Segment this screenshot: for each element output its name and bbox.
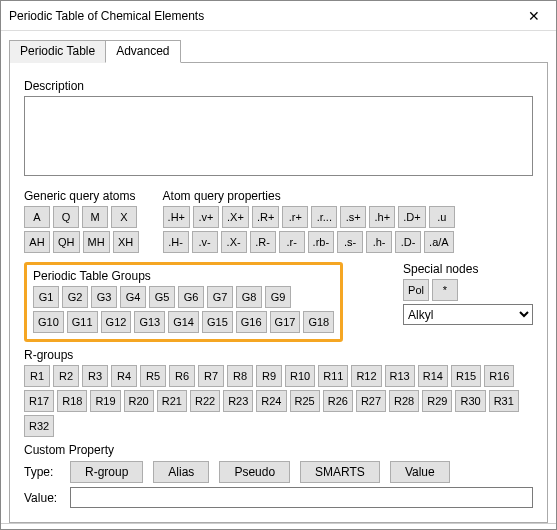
cell-r29[interactable]: R29 [422, 390, 452, 412]
cell-m[interactable]: M [82, 206, 108, 228]
cell-r16[interactable]: R16 [484, 365, 514, 387]
cell-g11[interactable]: G11 [67, 311, 98, 333]
cell-[interactable]: * [432, 279, 458, 301]
cell-r[interactable]: .r+ [282, 206, 308, 228]
cell-r5[interactable]: R5 [140, 365, 166, 387]
cell-r26[interactable]: R26 [323, 390, 353, 412]
generic-row2: AHQHMHXH [24, 231, 139, 253]
cell-r[interactable]: .r... [311, 206, 337, 228]
cell-v[interactable]: .v- [192, 231, 218, 253]
atomq-row1: .H+.v+.X+.R+.r+.r....s+.h+.D+.u [163, 206, 455, 228]
cell-g8[interactable]: G8 [236, 286, 262, 308]
cell-r6[interactable]: R6 [169, 365, 195, 387]
cell-r15[interactable]: R15 [451, 365, 481, 387]
cell-r9[interactable]: R9 [256, 365, 282, 387]
groups-row1: G1G2G3G4G5G6G7G8G9 [33, 286, 334, 308]
cell-ah[interactable]: AH [24, 231, 50, 253]
cell-h[interactable]: .H- [163, 231, 189, 253]
cell-x[interactable]: X [111, 206, 137, 228]
cell-u[interactable]: .u [429, 206, 455, 228]
cell-g16[interactable]: G16 [236, 311, 267, 333]
value-input[interactable] [70, 487, 533, 508]
cell-pol[interactable]: Pol [403, 279, 429, 301]
cell-r19[interactable]: R19 [90, 390, 120, 412]
cell-r30[interactable]: R30 [455, 390, 485, 412]
cell-g2[interactable]: G2 [62, 286, 88, 308]
cell-x[interactable]: .X- [221, 231, 247, 253]
cell-r25[interactable]: R25 [290, 390, 320, 412]
cell-r24[interactable]: R24 [256, 390, 286, 412]
cell-a[interactable]: A [24, 206, 50, 228]
generic-atoms-section: Generic query atoms AQMX AHQHMHXH [24, 183, 139, 256]
cell-h[interactable]: .H+ [163, 206, 190, 228]
cell-x[interactable]: .X+ [222, 206, 249, 228]
type-value[interactable]: Value [390, 461, 450, 483]
cell-g4[interactable]: G4 [120, 286, 146, 308]
cell-r32[interactable]: R32 [24, 415, 54, 437]
cell-g7[interactable]: G7 [207, 286, 233, 308]
cell-r4[interactable]: R4 [111, 365, 137, 387]
cell-q[interactable]: Q [53, 206, 79, 228]
cell-r1[interactable]: R1 [24, 365, 50, 387]
type-alias[interactable]: Alias [153, 461, 209, 483]
cell-r12[interactable]: R12 [351, 365, 381, 387]
cell-g1[interactable]: G1 [33, 286, 59, 308]
cell-g14[interactable]: G14 [168, 311, 199, 333]
cell-r28[interactable]: R28 [389, 390, 419, 412]
atom-query-section: Atom query properties .H+.v+.X+.R+.r+.r.… [163, 183, 455, 256]
cell-g9[interactable]: G9 [265, 286, 291, 308]
cell-s[interactable]: .s- [337, 231, 363, 253]
cell-g6[interactable]: G6 [178, 286, 204, 308]
cell-g15[interactable]: G15 [202, 311, 233, 333]
cell-r18[interactable]: R18 [57, 390, 87, 412]
type-rgroup[interactable]: R-group [70, 461, 143, 483]
generic-atoms-label: Generic query atoms [24, 189, 139, 203]
cell-r2[interactable]: R2 [53, 365, 79, 387]
cell-v[interactable]: .v+ [193, 206, 219, 228]
cell-r27[interactable]: R27 [356, 390, 386, 412]
cell-s[interactable]: .s+ [340, 206, 366, 228]
cell-r31[interactable]: R31 [489, 390, 519, 412]
cell-r10[interactable]: R10 [285, 365, 315, 387]
cell-r14[interactable]: R14 [418, 365, 448, 387]
cell-r20[interactable]: R20 [124, 390, 154, 412]
cell-g18[interactable]: G18 [303, 311, 334, 333]
cell-r22[interactable]: R22 [190, 390, 220, 412]
cell-r[interactable]: .R+ [252, 206, 279, 228]
cell-g10[interactable]: G10 [33, 311, 64, 333]
cell-xh[interactable]: XH [113, 231, 139, 253]
cell-r11[interactable]: R11 [318, 365, 348, 387]
cell-rb[interactable]: .rb- [308, 231, 335, 253]
cell-g12[interactable]: G12 [101, 311, 132, 333]
cell-qh[interactable]: QH [53, 231, 80, 253]
cell-g13[interactable]: G13 [134, 311, 165, 333]
groups-label: Periodic Table Groups [33, 269, 334, 283]
type-pseudo[interactable]: Pseudo [219, 461, 290, 483]
tab-periodic-table[interactable]: Periodic Table [9, 40, 106, 63]
cell-g3[interactable]: G3 [91, 286, 117, 308]
cell-r[interactable]: .r- [279, 231, 305, 253]
special-dropdown[interactable]: Alkyl [403, 304, 533, 325]
cell-r[interactable]: .R- [250, 231, 276, 253]
type-smarts[interactable]: SMARTS [300, 461, 380, 483]
description-textarea[interactable] [24, 96, 533, 176]
cell-r8[interactable]: R8 [227, 365, 253, 387]
close-icon[interactable]: ✕ [512, 1, 556, 31]
cell-d[interactable]: .D+ [398, 206, 425, 228]
cell-mh[interactable]: MH [83, 231, 110, 253]
cell-g5[interactable]: G5 [149, 286, 175, 308]
cell-d[interactable]: .D- [395, 231, 421, 253]
window-title: Periodic Table of Chemical Elements [9, 9, 204, 23]
tabs: Periodic Table Advanced [9, 39, 548, 63]
cell-r3[interactable]: R3 [82, 365, 108, 387]
cell-h[interactable]: .h+ [369, 206, 395, 228]
tab-advanced[interactable]: Advanced [105, 40, 180, 63]
cell-r17[interactable]: R17 [24, 390, 54, 412]
cell-aa[interactable]: .a/A [424, 231, 454, 253]
cell-r23[interactable]: R23 [223, 390, 253, 412]
cell-r13[interactable]: R13 [385, 365, 415, 387]
cell-r21[interactable]: R21 [157, 390, 187, 412]
cell-h[interactable]: .h- [366, 231, 392, 253]
cell-g17[interactable]: G17 [270, 311, 301, 333]
cell-r7[interactable]: R7 [198, 365, 224, 387]
